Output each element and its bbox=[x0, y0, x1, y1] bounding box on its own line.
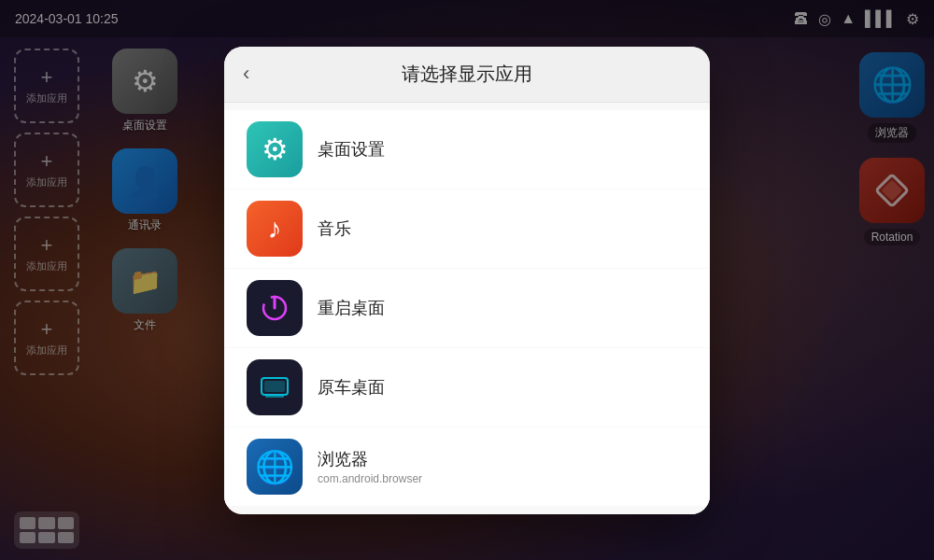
app-name-car-desktop: 原车桌面 bbox=[318, 376, 385, 399]
app-info-desktop-settings: 桌面设置 bbox=[318, 138, 385, 161]
app-info-music: 音乐 bbox=[318, 217, 351, 240]
app-name-restart: 重启桌面 bbox=[318, 297, 385, 319]
app-icon-browser: 🌐 bbox=[247, 439, 303, 495]
browser-globe-list-symbol: 🌐 bbox=[255, 448, 294, 485]
list-item-restart[interactable]: 重启桌面 bbox=[224, 269, 710, 347]
list-item-desktop-settings[interactable]: ⚙ 桌面设置 bbox=[224, 110, 710, 189]
car-desktop-symbol bbox=[258, 371, 291, 404]
list-item-browser[interactable]: 🌐 浏览器 com.android.browser bbox=[224, 427, 710, 506]
music-note-symbol: ♪ bbox=[268, 213, 282, 245]
modal-body: ⚙ 桌面设置 ♪ 音乐 bbox=[224, 103, 710, 514]
app-icon-car bbox=[247, 359, 303, 415]
app-info-browser: 浏览器 com.android.browser bbox=[318, 448, 422, 485]
modal-header: ‹ 请选择显示应用 bbox=[224, 47, 710, 103]
app-icon-power bbox=[247, 280, 303, 336]
list-item-music[interactable]: ♪ 音乐 bbox=[224, 189, 710, 268]
app-name-music: 音乐 bbox=[318, 217, 351, 240]
power-symbol bbox=[259, 292, 290, 324]
app-info-restart: 重启桌面 bbox=[318, 297, 385, 319]
modal-overlay[interactable]: ‹ 请选择显示应用 ⚙ 桌面设置 ♪ 音乐 bbox=[0, 0, 934, 560]
app-icon-music: ♪ bbox=[247, 201, 303, 257]
list-item-car-desktop[interactable]: 原车桌面 bbox=[224, 348, 710, 427]
app-package-browser: com.android.browser bbox=[318, 472, 422, 485]
back-chevron-icon: ‹ bbox=[243, 62, 249, 86]
app-select-modal: ‹ 请选择显示应用 ⚙ 桌面设置 ♪ 音乐 bbox=[224, 47, 710, 514]
modal-title: 请选择显示应用 bbox=[273, 62, 691, 87]
app-name-desktop-settings: 桌面设置 bbox=[318, 138, 385, 161]
svg-rect-6 bbox=[265, 395, 284, 398]
modal-back-button[interactable]: ‹ bbox=[243, 62, 273, 86]
app-icon-settings-teal: ⚙ bbox=[247, 121, 303, 177]
app-name-browser: 浏览器 bbox=[318, 448, 422, 470]
app-info-car-desktop: 原车桌面 bbox=[318, 376, 385, 399]
settings-teal-symbol: ⚙ bbox=[262, 132, 289, 167]
svg-rect-5 bbox=[264, 381, 285, 392]
